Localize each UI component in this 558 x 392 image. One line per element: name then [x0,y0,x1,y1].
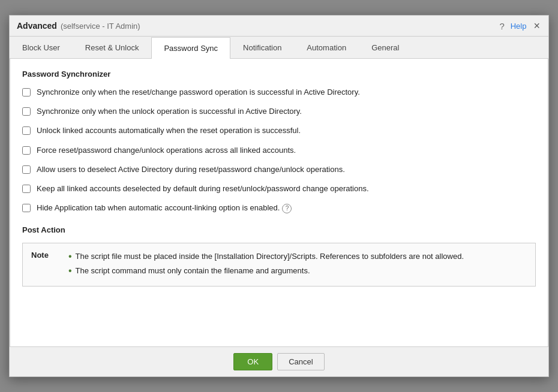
checkbox-label-cb6: Keep all linked accounts deselected by d… [37,183,369,194]
help-link[interactable]: Help [511,22,527,31]
checkbox-row-cb4: Force reset/password change/unlock opera… [22,145,536,156]
checkbox-row-cb7: Hide Application tab when automatic acco… [22,203,536,213]
dialog-footer: OK Cancel [10,346,548,376]
checkbox-label-cb3: Unlock linked accounts automatically whe… [37,125,301,136]
note-list: •The script file must be placed inside t… [68,251,464,276]
checkbox-row-cb1: Synchronize only when the reset/change p… [22,87,536,98]
title-bar: Advanced (selfservice - IT Admin) ? Help… [10,16,548,37]
checkbox-cb5[interactable] [22,165,31,174]
cancel-button[interactable]: Cancel [277,353,324,370]
checkbox-cb7[interactable] [22,204,31,212]
checkbox-cb3[interactable] [22,126,31,135]
checkbox-label-cb4: Force reset/password change/unlock opera… [37,145,296,156]
help-circle-icon: ? [499,21,504,31]
dialog-subtitle: (selfservice - IT Admin) [61,22,140,31]
checkbox-label-cb2: Synchronize only when the unlock operati… [37,106,302,117]
checkbox-cb4[interactable] [22,146,31,155]
note-item: •The script command must only contain th… [68,265,464,277]
checkboxes-container: Synchronize only when the reset/change p… [22,87,536,213]
bullet-icon: • [68,251,72,263]
note-box: Note •The script file must be placed ins… [22,243,536,287]
password-sync-section-title: Password Synchronizer [22,70,536,79]
ok-button[interactable]: OK [233,353,272,370]
title-bar-right: ? Help × [499,20,541,31]
checkbox-cb1[interactable] [22,88,31,97]
checkbox-row-cb2: Synchronize only when the unlock operati… [22,106,536,117]
note-inner: Note •The script file must be placed ins… [31,251,527,279]
close-button[interactable]: × [532,20,541,31]
post-action-title: Post Action [22,225,536,234]
dialog-title: Advanced [17,21,57,31]
tab-password-sync[interactable]: Password Sync [151,37,230,59]
note-item-text: The script command must only contain the… [76,265,310,277]
tab-reset-unlock[interactable]: Reset & Unlock [73,37,152,58]
tab-automation[interactable]: Automation [294,37,359,58]
checkbox-row-cb3: Unlock linked accounts automatically whe… [22,125,536,136]
tab-bar: Block UserReset & UnlockPassword SyncNot… [10,37,548,59]
tab-notification[interactable]: Notification [230,37,294,58]
dialog: Advanced (selfservice - IT Admin) ? Help… [9,15,549,377]
tab-general[interactable]: General [359,37,412,58]
tab-block-user[interactable]: Block User [10,37,73,58]
help-circle-icon-cb7[interactable]: ? [282,204,292,213]
checkbox-label-cb1: Synchronize only when the reset/change p… [37,87,360,98]
checkbox-cb6[interactable] [22,185,31,193]
checkbox-label-cb5: Allow users to deselect Active Directory… [37,164,345,175]
checkbox-row-cb6: Keep all linked accounts deselected by d… [22,183,536,194]
bullet-icon: • [68,265,72,277]
note-item-text: The script file must be placed inside th… [76,251,464,263]
note-label: Note [31,251,61,279]
checkbox-row-cb5: Allow users to deselect Active Directory… [22,164,536,175]
checkbox-cb2[interactable] [22,107,31,116]
note-content: •The script file must be placed inside t… [68,251,464,279]
checkbox-label-cb7: Hide Application tab when automatic acco… [37,203,292,213]
note-item: •The script file must be placed inside t… [68,251,464,263]
title-bar-left: Advanced (selfservice - IT Admin) [17,21,140,31]
main-content: Password Synchronizer Synchronize only w… [10,59,548,346]
